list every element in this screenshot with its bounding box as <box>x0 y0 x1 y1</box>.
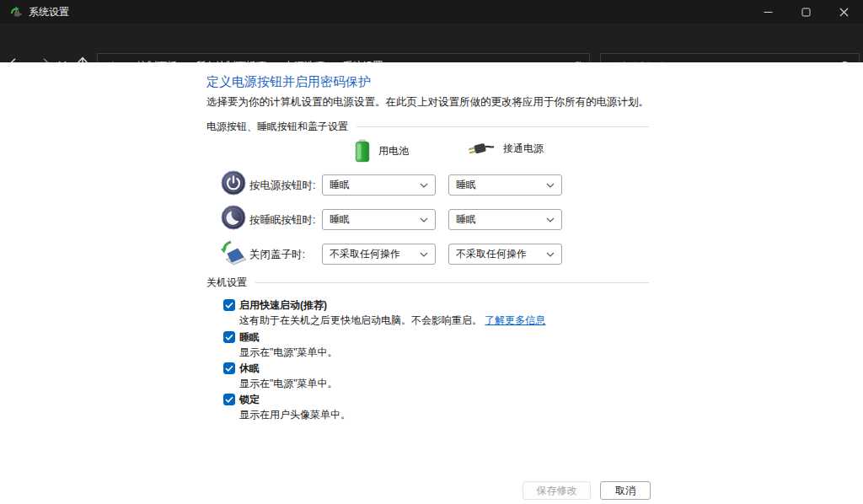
chevron-down-icon <box>420 217 435 223</box>
cancel-button[interactable]: 取消 <box>600 481 651 500</box>
chevron-down-icon <box>546 183 561 188</box>
maximize-button[interactable] <box>787 0 825 24</box>
select-value: 睡眠 <box>323 178 420 192</box>
buttons-group-title: 电源按钮、睡眠按钮和盖子设置 <box>206 120 348 134</box>
column-label-battery: 用电池 <box>378 144 409 158</box>
sleep-checkbox[interactable] <box>223 331 235 343</box>
lock-option-label: 锁定 <box>239 393 260 407</box>
close-lid-plugged-select[interactable]: 不采取任何操作 <box>448 244 562 265</box>
sleep-button-icon <box>221 205 246 233</box>
hibernate-checkbox[interactable] <box>223 362 235 374</box>
sleep-option-label: 睡眠 <box>239 330 260 345</box>
shutdown-group-header: 关机设置 <box>206 276 649 290</box>
row-label-close-lid: 关闭盖子时: <box>249 248 305 262</box>
window-title: 系统设置 <box>29 5 69 19</box>
learn-more-link[interactable]: 了解更多信息 <box>485 314 545 326</box>
select-value: 不采取任何操作 <box>449 247 546 261</box>
lid-icon <box>219 239 248 270</box>
battery-icon <box>354 138 371 164</box>
window-controls <box>749 0 863 24</box>
group-divider <box>356 126 649 127</box>
close-lid-battery-select[interactable]: 不采取任何操作 <box>322 244 436 265</box>
row-label-sleep-button: 按睡眠按钮时: <box>249 213 315 228</box>
power-options-window: 系统设置 › <box>0 0 863 504</box>
navigation-toolbar: › 控制面板 › 所有控制面板项 › 电源选项 › 系统设置 <box>0 24 863 62</box>
buttons-group-header: 电源按钮、睡眠按钮和盖子设置 <box>206 120 649 134</box>
close-icon <box>839 8 849 17</box>
power-button-battery-select[interactable]: 睡眠 <box>322 174 436 196</box>
fast-startup-desc: 这有助于在关机之后更快地启动电脑。不会影响重启。 了解更多信息 <box>239 314 545 328</box>
fast-startup-desc-text: 这有助于在关机之后更快地启动电脑。不会影响重启。 <box>239 314 482 326</box>
fast-startup-label: 启用快速启动(推荐) <box>239 298 327 313</box>
page-subtitle: 选择要为你的计算机设置的电源设置。在此页上对设置所做的更改将应用于你所有的电源计… <box>206 95 649 110</box>
hibernate-option-label: 休眠 <box>239 362 260 376</box>
minimize-button[interactable] <box>749 0 787 24</box>
check-icon <box>225 302 233 308</box>
title-bar: 系统设置 <box>0 0 863 24</box>
select-value: 不采取任何操作 <box>323 247 420 261</box>
sleep-option-desc: 显示在"电源"菜单中。 <box>239 346 338 360</box>
chevron-down-icon <box>546 217 561 223</box>
save-changes-button[interactable]: 保存修改 <box>523 481 591 500</box>
check-icon <box>225 334 233 340</box>
chevron-down-icon <box>546 252 561 257</box>
shutdown-group-title: 关机设置 <box>206 276 247 290</box>
check-icon <box>225 365 233 372</box>
hibernate-option-desc: 显示在"电源"菜单中。 <box>239 377 338 391</box>
sleep-button-battery-select[interactable]: 睡眠 <box>322 209 436 230</box>
column-label-plugged: 接通电源 <box>503 142 544 156</box>
select-value: 睡眠 <box>449 178 546 192</box>
check-icon <box>225 396 233 403</box>
minimize-icon <box>764 8 773 17</box>
chevron-down-icon <box>420 183 435 188</box>
column-header-plugged: 接通电源 <box>465 138 544 158</box>
lock-option-desc: 显示在用户头像菜单中。 <box>239 408 351 422</box>
close-button[interactable] <box>825 0 863 24</box>
main-content: 定义电源按钮并启用密码保护 选择要为你的计算机设置的电源设置。在此页上对设置所做… <box>0 62 863 504</box>
power-button-icon <box>221 170 246 199</box>
row-label-power-button: 按电源按钮时: <box>249 179 315 193</box>
maximize-icon <box>801 8 811 17</box>
plug-icon <box>465 138 496 158</box>
sleep-button-plugged-select[interactable]: 睡眠 <box>448 209 562 230</box>
power-button-plugged-select[interactable]: 睡眠 <box>448 174 562 196</box>
chevron-down-icon <box>420 252 435 257</box>
lock-checkbox[interactable] <box>223 394 235 405</box>
page-title: 定义电源按钮并启用密码保护 <box>206 74 371 90</box>
group-divider <box>255 282 649 283</box>
column-header-battery: 用电池 <box>354 138 409 164</box>
fast-startup-checkbox[interactable] <box>223 299 235 311</box>
select-value: 睡眠 <box>449 212 546 227</box>
select-value: 睡眠 <box>323 212 420 227</box>
app-icon <box>8 5 22 19</box>
